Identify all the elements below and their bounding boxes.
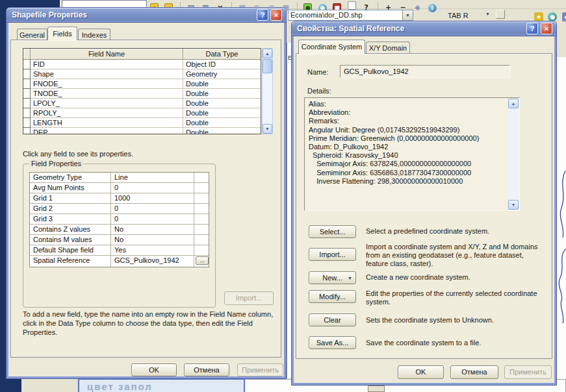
tab-coordinate-system[interactable]: Coordinate System bbox=[298, 40, 365, 54]
column-header-data-type[interactable]: Data Type bbox=[183, 49, 261, 60]
tab-window-fragment: TAB R bbox=[448, 12, 469, 19]
table-row[interactable]: DEP Double bbox=[23, 128, 261, 134]
cancel-button[interactable]: Отмена bbox=[450, 365, 498, 379]
modify-button[interactable]: Modify... bbox=[309, 290, 356, 303]
field-properties-table: Geometry Type Line Avg Num Points 0 Grid… bbox=[29, 172, 209, 267]
background-list-sliver: E bbox=[287, 43, 292, 378]
spatial-reference-browse-button[interactable]: ... bbox=[196, 256, 209, 265]
row-selector[interactable] bbox=[23, 60, 31, 69]
table-row[interactable]: LPOLY_ Double bbox=[23, 99, 261, 108]
table-row[interactable]: FNODE_ Double bbox=[23, 79, 261, 89]
map-canvas-edge bbox=[556, 57, 566, 392]
row-selector[interactable] bbox=[23, 99, 31, 108]
table-row[interactable]: FID Object ID bbox=[23, 60, 261, 69]
cancel-button[interactable]: Отмена bbox=[184, 363, 229, 376]
table-row[interactable]: TNODE_ Double bbox=[23, 89, 261, 99]
close-button[interactable]: × bbox=[541, 23, 552, 34]
panel-edge bbox=[556, 21, 566, 57]
combo-dropdown-icon[interactable]: ▼ bbox=[402, 10, 413, 20]
scroll-down-icon[interactable]: ▼ bbox=[508, 200, 519, 210]
fields-table-header: Field Name Data Type bbox=[23, 49, 261, 60]
globe-tool-icon[interactable]: ● bbox=[548, 12, 557, 21]
tab-fields[interactable]: Fields bbox=[47, 27, 77, 40]
scroll-down-icon[interactable]: ▼ bbox=[263, 124, 272, 134]
tab-general[interactable]: General bbox=[17, 29, 47, 40]
help-button[interactable]: ? bbox=[526, 23, 538, 34]
row-selector[interactable] bbox=[23, 69, 31, 79]
new-description: Create a new coordinate system. bbox=[366, 273, 545, 282]
fields-table-scrollbar[interactable]: ▲ ▼ bbox=[262, 48, 273, 134]
row-selector[interactable] bbox=[23, 128, 31, 134]
save-as-button[interactable]: Save As... bbox=[309, 336, 356, 349]
import-button[interactable]: Import... bbox=[309, 248, 356, 261]
import-button[interactable]: Import... bbox=[224, 291, 274, 305]
details-scrollbar[interactable]: ▲ ▼ bbox=[508, 99, 519, 210]
close-button[interactable]: × bbox=[270, 9, 282, 21]
bottom-button-fragment[interactable] bbox=[368, 386, 385, 392]
property-row: Grid 2 0 bbox=[30, 204, 209, 214]
table-row[interactable]: LENGTH Double bbox=[23, 118, 261, 128]
modify-description: Edit the properties of the currently sel… bbox=[366, 289, 545, 306]
row-selector[interactable] bbox=[23, 118, 31, 128]
help-button[interactable]: ? bbox=[257, 9, 268, 21]
property-row: Contains M values No bbox=[30, 235, 209, 245]
row-selector[interactable] bbox=[23, 89, 31, 99]
scrollbar-thumb[interactable] bbox=[263, 59, 272, 73]
select-description: Select a predefined coordinate system. bbox=[366, 227, 545, 236]
row-selector[interactable] bbox=[23, 108, 31, 118]
table-row[interactable]: Shape Geometry bbox=[23, 69, 261, 79]
arccatalog-screen: ▲ → ▤ ▥ × ▦ ≡ ≡ ▦ ● ● ■ ? + − ◆ i Econom… bbox=[0, 0, 566, 392]
details-label: Details: bbox=[307, 87, 331, 95]
property-row: Grid 1 1000 bbox=[30, 193, 209, 204]
page-icon[interactable] bbox=[348, 1, 356, 10]
ok-button[interactable]: OK bbox=[398, 365, 444, 379]
tab-indexes[interactable]: Indexes bbox=[78, 29, 110, 40]
property-row: Grid 3 0 bbox=[30, 214, 209, 225]
sparkle-tool-icon[interactable]: ★ bbox=[534, 12, 543, 21]
save-as-description: Save the coordinate system to a file. bbox=[366, 339, 545, 347]
table-row[interactable]: RPOLY_ Double bbox=[23, 108, 261, 118]
dropdown-arrow-icon[interactable]: ▼ bbox=[485, 12, 490, 16]
toolbar-button-fragment[interactable] bbox=[496, 10, 505, 19]
scroll-up-icon[interactable]: ▲ bbox=[263, 49, 272, 58]
select-button[interactable]: Select... bbox=[309, 225, 356, 238]
color-dialog-text: цвет запол bbox=[87, 381, 153, 392]
top-right-icons: ★ ● ◆ bbox=[534, 10, 566, 21]
field-properties-group: Field Properties Geometry Type Line Avg … bbox=[23, 164, 216, 308]
dialog-titlebar[interactable]: Свойства: Spatial Reference bbox=[292, 21, 556, 36]
column-header-field-name[interactable]: Field Name bbox=[31, 49, 183, 60]
name-field[interactable]: GCS_Pulkovo_1942 bbox=[340, 65, 510, 78]
scroll-up-icon[interactable]: ▲ bbox=[508, 99, 519, 108]
property-row-spatial-reference: Spatial Reference GCS_Pulkovo_1942 ... bbox=[30, 256, 209, 267]
row-selector[interactable] bbox=[23, 79, 31, 89]
address-value: Economia\dor_DD.shp bbox=[290, 11, 363, 19]
apply-button[interactable]: Применить bbox=[504, 365, 552, 379]
property-row: Default Shape field Yes bbox=[30, 245, 209, 256]
map-line-feature bbox=[557, 167, 566, 336]
fields-table: Field Name Data Type FID Object ID Shape… bbox=[23, 48, 261, 134]
ok-button[interactable]: OK bbox=[131, 363, 177, 376]
new-dropdown-icon[interactable]: ▼ bbox=[348, 272, 352, 284]
tab-xy-domain[interactable]: X/Y Domain bbox=[366, 42, 410, 54]
property-row: Geometry Type Line bbox=[30, 173, 209, 183]
add-field-help-text: To add a new field, type the name into a… bbox=[23, 310, 277, 337]
dialog-title: Свойства: Spatial Reference bbox=[297, 24, 404, 33]
property-row: Avg Num Points 0 bbox=[30, 183, 209, 193]
property-row: Contains Z values No bbox=[30, 225, 209, 235]
name-label: Name: bbox=[307, 68, 328, 76]
new-button[interactable]: New... ▼ bbox=[309, 271, 356, 284]
clear-description: Sets the coordinate system to Unknown. bbox=[366, 316, 545, 325]
color-dialog-fragment: цвет запол bbox=[78, 378, 245, 392]
import-description: Import a coordinate system and X/Y, Z an… bbox=[366, 243, 545, 268]
address-combobox[interactable]: Economia\dor_DD.shp ▼ bbox=[288, 10, 413, 21]
dialog-titlebar[interactable]: Shapefile Properties bbox=[6, 8, 286, 22]
shapefile-properties-dialog: Shapefile Properties ? × General Fields … bbox=[6, 8, 286, 378]
dialog-title: Shapefile Properties bbox=[12, 10, 87, 19]
field-properties-legend: Field Properties bbox=[29, 160, 84, 167]
identify-icon[interactable]: i bbox=[428, 4, 437, 12]
pan-icon[interactable]: ◆ bbox=[413, 4, 422, 12]
clear-button[interactable]: Clear bbox=[309, 313, 356, 326]
apply-button[interactable]: Применить bbox=[237, 363, 283, 376]
fields-hint: Click any field to see its properties. bbox=[23, 150, 133, 158]
gear-tool-icon[interactable]: ◆ bbox=[562, 12, 566, 21]
